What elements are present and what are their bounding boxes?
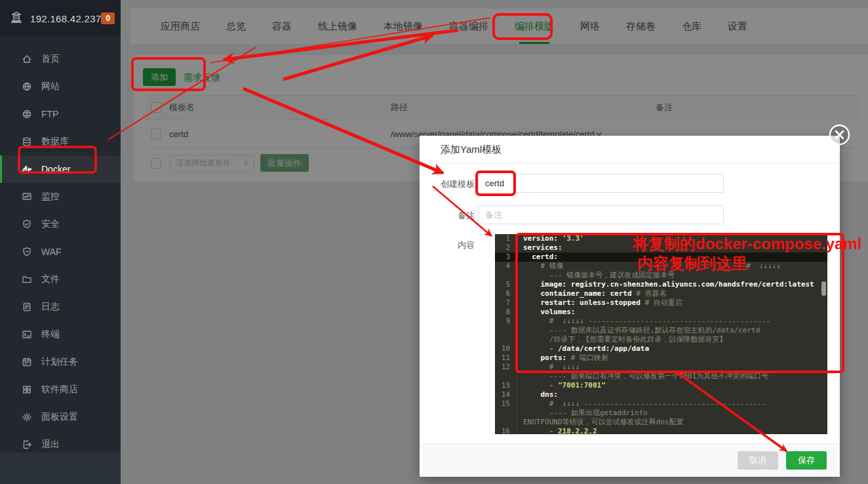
sidebar: 192.168.42.237 0 首页网站FTP数据库Docker监控安全WAF… — [0, 0, 121, 484]
sidebar-item-监控[interactable]: 监控 — [0, 183, 121, 211]
sidebar-item-label: 文件 — [41, 273, 60, 285]
editor-line: 14 dns: — [495, 390, 827, 399]
note-input[interactable] — [478, 205, 724, 224]
editor-line: /目录下，【您需要定时备份此目录，以保障数据容灾】 — [495, 335, 827, 344]
appstore-grid-icon — [22, 384, 32, 395]
editor-line-number: 9 — [495, 317, 517, 326]
editor-line-number: 12 — [495, 363, 517, 372]
editor-line-number: 13 — [495, 381, 517, 390]
home-icon — [22, 54, 32, 64]
sidebar-header: 192.168.42.237 0 — [0, 0, 121, 37]
sidebar-item-label: 首页 — [41, 53, 60, 65]
sidebar-item-label: 计划任务 — [41, 356, 78, 368]
sidebar-item-label: 退出 — [41, 439, 60, 451]
ftp-icon — [22, 109, 32, 119]
editor-line-number: 10 — [495, 344, 517, 353]
sidebar-menu: 首页网站FTP数据库Docker监控安全WAF文件日志终端计划任务软件商店面板设… — [0, 37, 121, 458]
template-name-input[interactable] — [478, 174, 724, 193]
sidebar-item-label: 安全 — [41, 218, 60, 230]
editor-line: 3 certd: — [495, 252, 827, 262]
template-name-label: 创建模板 — [420, 174, 475, 194]
sidebar-item-label: FTP — [41, 109, 58, 119]
dialog-title: 添加Yaml模板 — [420, 136, 840, 163]
sidebar-item-label: WAF — [41, 247, 62, 257]
editor-line-number: 8 — [495, 308, 517, 317]
server-ip-title: 192.168.42.237 — [30, 13, 101, 24]
content-label: 内容 — [420, 239, 475, 251]
editor-line: 10 - /data/certd:/app/data — [495, 344, 827, 353]
sidebar-item-label: 数据库 — [41, 136, 69, 148]
editor-line: 11 ports: # 端口映射 — [495, 353, 827, 363]
terminal-icon — [22, 329, 32, 340]
sidebar-item-label: 日志 — [41, 301, 60, 313]
sidebar-item-日志[interactable]: 日志 — [0, 293, 121, 321]
sidebar-item-软件商店[interactable]: 软件商店 — [0, 376, 121, 403]
database-icon — [22, 136, 32, 147]
editor-line: --- 镜像版本号，建议改成固定版本号 — [495, 271, 827, 280]
editor-line: 2services: — [495, 243, 827, 252]
yaml-code-editor[interactable]: 1version: '3.3'2services:3 certd:4 # 镜像 … — [495, 234, 827, 434]
editor-scrollbar-thumb[interactable] — [821, 281, 826, 296]
sidebar-item-label: Docker — [41, 164, 70, 174]
editor-line-number: 3 — [495, 252, 517, 262]
sidebar-item-label: 监控 — [41, 191, 60, 203]
editor-line: ENOTFOUND等错误，可以尝试修改或注释dns配置 — [495, 418, 827, 427]
sidebar-item-Docker[interactable]: Docker — [0, 155, 121, 183]
editor-line: 9 # ↓↓↓↓↓ ------------------------------… — [495, 317, 827, 326]
editor-line-number: 14 — [495, 390, 517, 399]
editor-line-number — [495, 409, 517, 418]
editor-line-number: 5 — [495, 280, 517, 289]
editor-line-number — [495, 326, 517, 335]
calendar-icon — [22, 357, 32, 367]
editor-line-number: 6 — [495, 289, 517, 298]
note-label: 备注 — [420, 205, 475, 226]
sidebar-item-文件[interactable]: 文件 — [0, 266, 121, 293]
editor-line-number: 7 — [495, 298, 517, 308]
editor-line-number — [495, 335, 517, 344]
sidebar-item-终端[interactable]: 终端 — [0, 321, 121, 348]
editor-line: 1version: '3.3' — [495, 234, 827, 243]
monitor-icon — [22, 192, 32, 202]
save-button[interactable]: 保存 — [786, 451, 827, 470]
bt-panel-logo-icon — [9, 11, 24, 26]
sidebar-item-面板设置[interactable]: 面板设置 — [0, 403, 121, 431]
editor-line-number: 4 — [495, 262, 517, 271]
gear-icon — [22, 412, 32, 422]
sidebar-item-网站[interactable]: 网站 — [0, 73, 121, 100]
waf-shield-icon — [22, 247, 32, 257]
cancel-button[interactable]: 取消 — [738, 451, 778, 470]
docker-icon — [22, 164, 32, 174]
editor-line: ---- 如果端口有冲突，可以修改第一个7001为其他不冲突的端口号 — [495, 372, 827, 381]
editor-line: 5 image: registry.cn-shenzhen.aliyuncs.c… — [495, 280, 827, 289]
sidebar-item-label: 软件商店 — [41, 384, 78, 395]
log-icon — [22, 302, 32, 312]
dialog-footer: 取消 保存 — [420, 443, 840, 477]
editor-line: 4 # 镜像 # ↓↓↓↓↓ — [495, 262, 827, 271]
add-yaml-template-dialog: 添加Yaml模板 创建模板 备注 内容 1version: '3.3'2serv… — [420, 136, 840, 477]
editor-line-number: 2 — [495, 243, 517, 252]
sidebar-item-安全[interactable]: 安全 — [0, 211, 121, 238]
editor-line-number — [495, 271, 517, 280]
editor-line: ---- 如果出现getaddrinfo — [495, 409, 827, 418]
editor-line-number — [495, 418, 517, 427]
sidebar-item-数据库[interactable]: 数据库 — [0, 128, 121, 155]
sidebar-item-label: 面板设置 — [41, 411, 78, 423]
sidebar-item-首页[interactable]: 首页 — [0, 45, 121, 73]
editor-line: 6 container_name: certd # 容器名 — [495, 289, 827, 298]
editor-line-number: 11 — [495, 353, 517, 363]
sidebar-footer — [0, 453, 121, 484]
notification-badge[interactable]: 0 — [101, 12, 115, 24]
sidebar-item-计划任务[interactable]: 计划任务 — [0, 348, 121, 376]
editor-line: ---- 数据库以及证书存储路径,默认存在宿主机的/data/certd — [495, 326, 827, 335]
sidebar-item-label: 终端 — [41, 329, 60, 340]
editor-line-number: 16 — [495, 427, 517, 434]
sidebar-item-FTP[interactable]: FTP — [0, 100, 121, 128]
editor-line-number — [495, 372, 517, 381]
dialog-close-icon[interactable] — [828, 123, 851, 146]
logout-icon — [22, 439, 32, 450]
folder-icon — [22, 274, 32, 285]
editor-line: 7 restart: unless-stopped # 自动重启 — [495, 298, 827, 308]
editor-line-number: 1 — [495, 234, 517, 243]
editor-line-number: 15 — [495, 399, 517, 409]
sidebar-item-WAF[interactable]: WAF — [0, 238, 121, 266]
